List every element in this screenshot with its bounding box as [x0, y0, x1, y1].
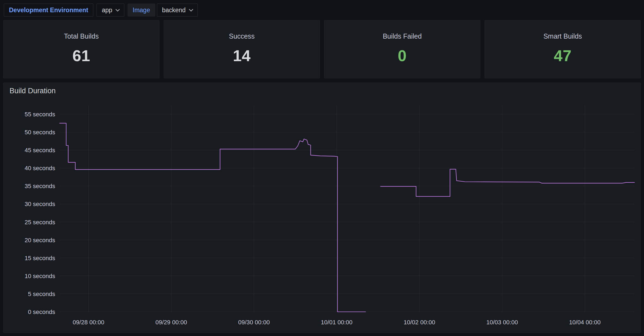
svg-text:40 seconds: 40 seconds [24, 165, 55, 172]
chevron-down-icon [189, 7, 193, 11]
stat-value: 0 [398, 40, 407, 78]
svg-text:10/03 00:00: 10/03 00:00 [486, 319, 518, 326]
stat-value: 61 [72, 40, 90, 78]
build-duration-panel: Build Duration 0 seconds5 seconds10 seco… [3, 83, 641, 333]
stat-panel-builds-failed: Builds Failed 0 [324, 20, 480, 78]
stat-title: Total Builds [64, 32, 99, 40]
svg-text:55 seconds: 55 seconds [24, 111, 55, 118]
svg-text:30 seconds: 30 seconds [24, 201, 55, 207]
svg-text:09/30 00:00: 09/30 00:00 [238, 319, 270, 326]
stats-row: Total Builds 61 Success 14 Builds Failed… [3, 20, 641, 78]
image-variable-dropdown[interactable]: backend [157, 4, 198, 17]
svg-text:20 seconds: 20 seconds [24, 237, 55, 244]
stat-title: Success [229, 32, 255, 40]
stat-title: Builds Failed [383, 32, 422, 40]
stat-value: 14 [233, 40, 251, 78]
app-variable-value: app [102, 7, 112, 14]
chevron-down-icon [115, 7, 120, 11]
svg-text:50 seconds: 50 seconds [24, 129, 55, 136]
svg-text:0 seconds: 0 seconds [28, 309, 55, 315]
toolbar: Development Environment app Image backen… [0, 0, 644, 17]
stat-panel-total-builds: Total Builds 61 [3, 20, 159, 78]
dashboard-link-development-environment[interactable]: Development Environment [4, 4, 93, 17]
image-variable-label: Image [128, 4, 155, 17]
svg-text:09/29 00:00: 09/29 00:00 [156, 319, 187, 326]
stat-panel-smart-builds: Smart Builds 47 [485, 20, 641, 78]
svg-text:35 seconds: 35 seconds [24, 183, 55, 189]
stat-title: Smart Builds [543, 32, 582, 40]
svg-text:45 seconds: 45 seconds [24, 147, 55, 154]
svg-text:10/01 00:00: 10/01 00:00 [321, 319, 352, 326]
svg-text:10 seconds: 10 seconds [24, 273, 55, 279]
svg-text:25 seconds: 25 seconds [24, 219, 55, 226]
svg-text:15 seconds: 15 seconds [24, 255, 55, 262]
image-variable-group: Image backend [128, 4, 198, 17]
build-duration-chart[interactable]: 0 seconds5 seconds10 seconds15 seconds20… [8, 97, 636, 328]
svg-text:10/04 00:00: 10/04 00:00 [569, 319, 600, 326]
image-variable-value: backend [162, 7, 186, 14]
panel-title[interactable]: Build Duration [8, 87, 636, 97]
svg-text:5 seconds: 5 seconds [28, 291, 55, 297]
stat-panel-success: Success 14 [164, 20, 320, 78]
svg-text:10/02 00:00: 10/02 00:00 [404, 319, 435, 326]
stat-value: 47 [554, 40, 572, 78]
svg-text:09/28 00:00: 09/28 00:00 [73, 319, 104, 326]
app-variable-dropdown[interactable]: app [97, 4, 124, 17]
